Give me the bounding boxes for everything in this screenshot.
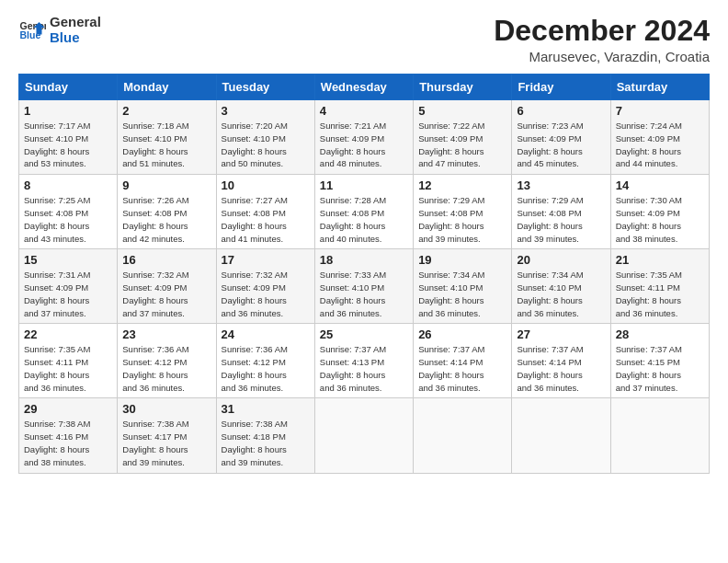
day-info: Sunrise: 7:29 AMSunset: 4:08 PMDaylight:… <box>418 194 506 245</box>
day-info: Sunrise: 7:32 AMSunset: 4:09 PMDaylight:… <box>122 269 210 319</box>
logo-line2: Blue <box>50 30 101 46</box>
day-cell: 1Sunrise: 7:17 AMSunset: 4:10 PMDaylight… <box>19 100 118 175</box>
day-number: 9 <box>122 178 210 192</box>
weekday-friday: Friday <box>512 75 610 100</box>
day-number: 13 <box>517 178 605 192</box>
day-cell: 26Sunrise: 7:37 AMSunset: 4:14 PMDayligh… <box>414 324 512 398</box>
calendar-table: SundayMondayTuesdayWednesdayThursdayFrid… <box>18 74 710 473</box>
day-number: 12 <box>418 178 506 192</box>
day-info: Sunrise: 7:33 AMSunset: 4:10 PMDaylight:… <box>320 269 408 319</box>
day-cell: 30Sunrise: 7:38 AMSunset: 4:17 PMDayligh… <box>118 398 216 473</box>
day-cell <box>512 398 610 473</box>
day-number: 25 <box>320 327 408 341</box>
day-number: 16 <box>122 253 210 267</box>
weekday-tuesday: Tuesday <box>216 75 314 100</box>
weekday-header-row: SundayMondayTuesdayWednesdayThursdayFrid… <box>19 75 710 100</box>
day-number: 2 <box>122 104 210 118</box>
day-info: Sunrise: 7:38 AMSunset: 4:18 PMDaylight:… <box>222 418 310 468</box>
day-number: 20 <box>517 253 605 267</box>
day-number: 27 <box>517 327 605 341</box>
day-info: Sunrise: 7:37 AMSunset: 4:15 PMDaylight:… <box>616 343 704 394</box>
day-cell: 13Sunrise: 7:29 AMSunset: 4:08 PMDayligh… <box>512 175 610 249</box>
day-info: Sunrise: 7:20 AMSunset: 4:10 PMDaylight:… <box>222 120 310 170</box>
day-cell: 19Sunrise: 7:34 AMSunset: 4:10 PMDayligh… <box>414 249 512 324</box>
day-cell: 4Sunrise: 7:21 AMSunset: 4:09 PMDaylight… <box>314 100 413 175</box>
week-row-2: 8Sunrise: 7:25 AMSunset: 4:08 PMDaylight… <box>19 175 710 249</box>
day-number: 21 <box>616 253 704 267</box>
day-number: 7 <box>616 104 704 118</box>
day-number: 26 <box>418 327 506 341</box>
day-info: Sunrise: 7:23 AMSunset: 4:09 PMDaylight:… <box>517 120 605 170</box>
day-info: Sunrise: 7:28 AMSunset: 4:08 PMDaylight:… <box>320 194 408 245</box>
day-cell: 18Sunrise: 7:33 AMSunset: 4:10 PMDayligh… <box>314 249 413 324</box>
day-number: 24 <box>222 327 310 341</box>
day-cell: 22Sunrise: 7:35 AMSunset: 4:11 PMDayligh… <box>19 324 118 398</box>
day-number: 22 <box>24 327 112 341</box>
day-info: Sunrise: 7:37 AMSunset: 4:13 PMDaylight:… <box>320 343 408 394</box>
day-cell: 12Sunrise: 7:29 AMSunset: 4:08 PMDayligh… <box>414 175 512 249</box>
day-info: Sunrise: 7:35 AMSunset: 4:11 PMDaylight:… <box>616 269 704 319</box>
day-cell: 3Sunrise: 7:20 AMSunset: 4:10 PMDaylight… <box>216 100 314 175</box>
day-info: Sunrise: 7:25 AMSunset: 4:08 PMDaylight:… <box>24 194 112 245</box>
day-cell: 11Sunrise: 7:28 AMSunset: 4:08 PMDayligh… <box>314 175 413 249</box>
day-cell: 8Sunrise: 7:25 AMSunset: 4:08 PMDaylight… <box>19 175 118 249</box>
day-info: Sunrise: 7:34 AMSunset: 4:10 PMDaylight:… <box>418 269 506 319</box>
weekday-thursday: Thursday <box>414 75 512 100</box>
day-cell: 5Sunrise: 7:22 AMSunset: 4:09 PMDaylight… <box>414 100 512 175</box>
day-info: Sunrise: 7:37 AMSunset: 4:14 PMDaylight:… <box>418 343 506 394</box>
logo-icon: General Blue <box>18 17 46 44</box>
weekday-wednesday: Wednesday <box>314 75 413 100</box>
day-info: Sunrise: 7:36 AMSunset: 4:12 PMDaylight:… <box>122 343 210 394</box>
weekday-saturday: Saturday <box>610 75 709 100</box>
day-info: Sunrise: 7:38 AMSunset: 4:17 PMDaylight:… <box>122 418 210 468</box>
day-info: Sunrise: 7:34 AMSunset: 4:10 PMDaylight:… <box>517 269 605 319</box>
day-cell: 25Sunrise: 7:37 AMSunset: 4:13 PMDayligh… <box>314 324 413 398</box>
week-row-1: 1Sunrise: 7:17 AMSunset: 4:10 PMDaylight… <box>19 100 710 175</box>
day-number: 6 <box>517 104 605 118</box>
day-info: Sunrise: 7:30 AMSunset: 4:09 PMDaylight:… <box>616 194 704 245</box>
day-cell: 17Sunrise: 7:32 AMSunset: 4:09 PMDayligh… <box>216 249 314 324</box>
day-cell: 7Sunrise: 7:24 AMSunset: 4:09 PMDaylight… <box>610 100 709 175</box>
logo-line1: General <box>50 15 101 30</box>
day-number: 31 <box>222 402 310 416</box>
day-info: Sunrise: 7:27 AMSunset: 4:08 PMDaylight:… <box>222 194 310 245</box>
day-number: 29 <box>24 402 112 416</box>
day-info: Sunrise: 7:29 AMSunset: 4:08 PMDaylight:… <box>517 194 605 245</box>
day-info: Sunrise: 7:24 AMSunset: 4:09 PMDaylight:… <box>616 120 704 170</box>
day-cell: 15Sunrise: 7:31 AMSunset: 4:09 PMDayligh… <box>19 249 118 324</box>
day-number: 1 <box>24 104 112 118</box>
day-number: 28 <box>616 327 704 341</box>
day-info: Sunrise: 7:37 AMSunset: 4:14 PMDaylight:… <box>517 343 605 394</box>
page-header: General Blue General Blue December 2024 … <box>18 15 710 64</box>
day-number: 5 <box>418 104 506 118</box>
day-cell: 28Sunrise: 7:37 AMSunset: 4:15 PMDayligh… <box>610 324 709 398</box>
day-info: Sunrise: 7:26 AMSunset: 4:08 PMDaylight:… <box>122 194 210 245</box>
day-cell: 6Sunrise: 7:23 AMSunset: 4:09 PMDaylight… <box>512 100 610 175</box>
month-title: December 2024 <box>494 15 710 47</box>
day-info: Sunrise: 7:32 AMSunset: 4:09 PMDaylight:… <box>222 269 310 319</box>
day-cell: 16Sunrise: 7:32 AMSunset: 4:09 PMDayligh… <box>118 249 216 324</box>
day-cell <box>314 398 413 473</box>
day-cell: 21Sunrise: 7:35 AMSunset: 4:11 PMDayligh… <box>610 249 709 324</box>
day-number: 4 <box>320 104 408 118</box>
day-info: Sunrise: 7:22 AMSunset: 4:09 PMDaylight:… <box>418 120 506 170</box>
day-info: Sunrise: 7:36 AMSunset: 4:12 PMDaylight:… <box>222 343 310 394</box>
weekday-sunday: Sunday <box>19 75 118 100</box>
day-cell: 9Sunrise: 7:26 AMSunset: 4:08 PMDaylight… <box>118 175 216 249</box>
day-number: 10 <box>222 178 310 192</box>
day-cell: 24Sunrise: 7:36 AMSunset: 4:12 PMDayligh… <box>216 324 314 398</box>
day-cell: 27Sunrise: 7:37 AMSunset: 4:14 PMDayligh… <box>512 324 610 398</box>
day-cell: 10Sunrise: 7:27 AMSunset: 4:08 PMDayligh… <box>216 175 314 249</box>
weekday-monday: Monday <box>118 75 216 100</box>
day-info: Sunrise: 7:38 AMSunset: 4:16 PMDaylight:… <box>24 418 112 468</box>
day-number: 30 <box>122 402 210 416</box>
title-block: December 2024 Marusevec, Varazdin, Croat… <box>494 15 710 64</box>
day-cell: 14Sunrise: 7:30 AMSunset: 4:09 PMDayligh… <box>610 175 709 249</box>
day-number: 3 <box>222 104 310 118</box>
day-number: 15 <box>24 253 112 267</box>
day-info: Sunrise: 7:18 AMSunset: 4:10 PMDaylight:… <box>122 120 210 170</box>
week-row-3: 15Sunrise: 7:31 AMSunset: 4:09 PMDayligh… <box>19 249 710 324</box>
day-cell: 20Sunrise: 7:34 AMSunset: 4:10 PMDayligh… <box>512 249 610 324</box>
week-row-5: 29Sunrise: 7:38 AMSunset: 4:16 PMDayligh… <box>19 398 710 473</box>
day-info: Sunrise: 7:21 AMSunset: 4:09 PMDaylight:… <box>320 120 408 170</box>
